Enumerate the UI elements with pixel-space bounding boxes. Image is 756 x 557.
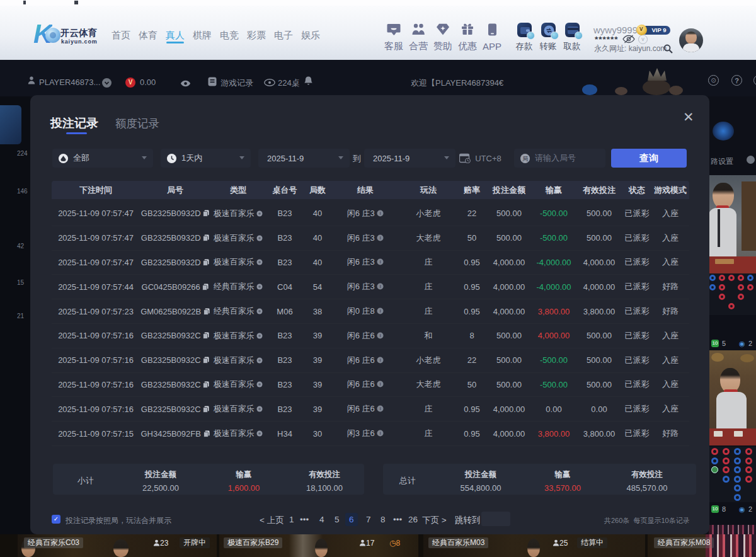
svg-text:局: 局 [522, 156, 528, 162]
